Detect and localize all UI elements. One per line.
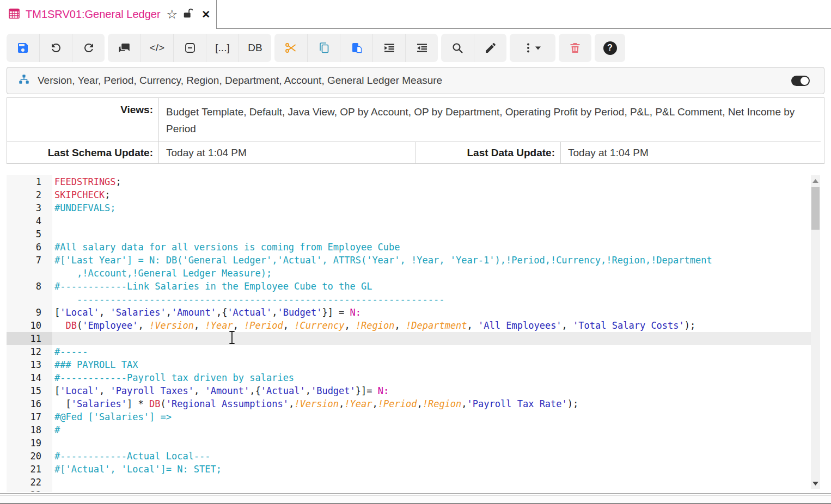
ellipsis-button[interactable]: [...] (206, 34, 239, 62)
search-button[interactable] (441, 34, 474, 62)
cut-button[interactable] (274, 34, 307, 62)
code-line[interactable]: 18# (7, 423, 820, 437)
cube-tab[interactable]: TM1SRV01:General Ledger ☆ ✕ (0, 0, 217, 29)
code-line[interactable]: 9['Local', 'Salaries','Amount',{'Actual'… (7, 306, 820, 319)
code-line[interactable]: 13### PAYROLL TAX (7, 358, 820, 371)
cube-grid-icon (8, 7, 21, 22)
code-line-content[interactable] (52, 332, 820, 345)
edit-button[interactable] (474, 34, 506, 62)
tab-bar: TM1SRV01:General Ledger ☆ ✕ (0, 0, 831, 29)
collapse-button[interactable] (173, 34, 206, 62)
code-line[interactable]: 7#['Last Year'] = N: DB('General Ledger'… (7, 254, 820, 280)
code-line-content[interactable]: #All salary data for all versions is com… (52, 241, 820, 254)
code-line-content[interactable]: FEEDSTRINGS; (52, 175, 820, 188)
tab-bar-rule (217, 28, 831, 29)
code-button[interactable]: </> (140, 34, 173, 62)
db-button[interactable]: DB (239, 34, 271, 62)
code-line[interactable]: 1FEEDSTRINGS; (7, 175, 820, 188)
code-line-content[interactable]: SKIPCHECK; (52, 188, 820, 201)
code-line[interactable]: 23 (7, 489, 820, 492)
code-line[interactable]: 8#------------Link Salaries in the Emplo… (7, 280, 820, 306)
toolbar-group: </>[...]DB (108, 34, 271, 62)
visibility-toggle[interactable] (791, 76, 810, 86)
code-line-content[interactable]: #------------Link Salaries in the Employ… (52, 280, 820, 306)
favorite-star-icon[interactable]: ☆ (167, 8, 178, 21)
undo-button[interactable] (39, 34, 72, 62)
unlock-icon[interactable] (182, 8, 194, 22)
code-line-content[interactable]: #UNDEFVALS; (52, 201, 820, 214)
line-number: 3 (7, 201, 52, 214)
more-options-button[interactable] (510, 34, 555, 62)
line-number: 4 (7, 214, 52, 228)
line-number: 15 (7, 384, 52, 397)
code-line-content[interactable] (52, 489, 820, 492)
close-icon[interactable]: ✕ (201, 8, 210, 21)
code-line-content[interactable] (52, 228, 820, 241)
copy-button[interactable] (307, 34, 340, 62)
paste-icon (350, 41, 363, 54)
code-line-content[interactable]: #['Actual', 'Local']= N: STET; (52, 463, 820, 476)
line-number: 23 (7, 489, 52, 492)
save-icon (16, 41, 29, 54)
code-line-content[interactable]: ['Local', 'Salaries','Amount',{'Actual',… (52, 306, 820, 319)
code-line-content[interactable]: DB('Employee', !Version, !Year, !Period,… (52, 319, 820, 332)
code-line-content[interactable]: #['Last Year'] = N: DB('General Ledger',… (52, 254, 820, 280)
code-line[interactable]: 16 ['Salaries'] * DB('Regional Assumptio… (7, 397, 820, 410)
hierarchy-icon (18, 73, 30, 88)
paste-button[interactable] (340, 34, 372, 62)
last-data-update-label: Last Data Update: (416, 142, 560, 163)
redo-button[interactable] (72, 34, 105, 62)
cut-scissors-icon (284, 41, 297, 54)
copy-icon (317, 41, 331, 54)
help-button[interactable]: ? (595, 34, 625, 62)
code-line-content[interactable]: ### PAYROLL TAX (52, 358, 820, 371)
rule-editor[interactable]: 1FEEDSTRINGS;2SKIPCHECK;3#UNDEFVALS;456#… (7, 172, 820, 492)
code-line[interactable]: 21#['Actual', 'Local']= N: STET; (7, 463, 820, 476)
code-line[interactable]: 11 (7, 332, 820, 345)
code-line[interactable]: 2SKIPCHECK; (7, 188, 820, 201)
line-number: 14 (7, 371, 52, 384)
line-number: 22 (7, 476, 52, 489)
code-line-content[interactable]: # (52, 423, 820, 437)
line-number: 6 (7, 241, 52, 254)
comment-button[interactable] (108, 34, 140, 62)
line-number: 16 (7, 397, 52, 410)
outdent-icon (416, 41, 429, 54)
code-line[interactable]: 14#------------Payroll tax driven by sal… (7, 371, 820, 384)
code-line[interactable]: 12#----- (7, 345, 820, 358)
save-button[interactable] (7, 34, 39, 62)
code-line-content[interactable] (52, 476, 820, 489)
code-line-content[interactable]: #----- (52, 345, 820, 358)
code-line-content[interactable]: ['Local', 'Payroll Taxes', 'Amount',{'Ac… (52, 384, 820, 397)
horizontal-scrollbar[interactable] (0, 495, 831, 504)
code-line[interactable]: 5 (7, 228, 820, 241)
tab-title: TM1SRV01:General Ledger (26, 8, 161, 21)
last-schema-update-value: Today at 1:04 PM (158, 142, 416, 163)
scroll-down-button[interactable] (811, 479, 820, 488)
help-icon: ? (603, 41, 617, 55)
code-line[interactable]: 19 (7, 437, 820, 450)
code-line-content[interactable]: #@Fed ['Salaries'] => (52, 410, 820, 423)
code-line[interactable]: 3#UNDEFVALS; (7, 201, 820, 214)
code-line-content[interactable]: ['Salaries'] * DB('Regional Assumptions'… (52, 397, 820, 410)
code-line[interactable]: 22 (7, 476, 820, 489)
outdent-button[interactable] (405, 34, 438, 62)
line-number: 20 (7, 450, 52, 463)
code-line[interactable]: 6#All salary data for all versions is co… (7, 241, 820, 254)
code-line-content[interactable] (52, 437, 820, 450)
indent-button[interactable] (372, 34, 405, 62)
code-line[interactable]: 20#------------Actual Local--- (7, 450, 820, 463)
vertical-scrollbar[interactable] (811, 175, 820, 489)
code-line[interactable]: 10 DB('Employee', !Version, !Year, !Peri… (7, 319, 820, 332)
code-line[interactable]: 17#@Fed ['Salaries'] => (7, 410, 820, 423)
code-text-icon: </> (150, 42, 164, 54)
scroll-up-button[interactable] (811, 176, 820, 185)
code-line-content[interactable] (52, 214, 820, 228)
code-line-content[interactable]: #------------Actual Local--- (52, 450, 820, 463)
code-line[interactable]: 15['Local', 'Payroll Taxes', 'Amount',{'… (7, 384, 820, 397)
delete-button[interactable] (559, 34, 591, 62)
code-line[interactable]: 4 (7, 214, 820, 228)
code-line-content[interactable]: #------------Payroll tax driven by salar… (52, 371, 820, 384)
line-number: 18 (7, 423, 52, 437)
scroll-thumb[interactable] (811, 187, 820, 230)
